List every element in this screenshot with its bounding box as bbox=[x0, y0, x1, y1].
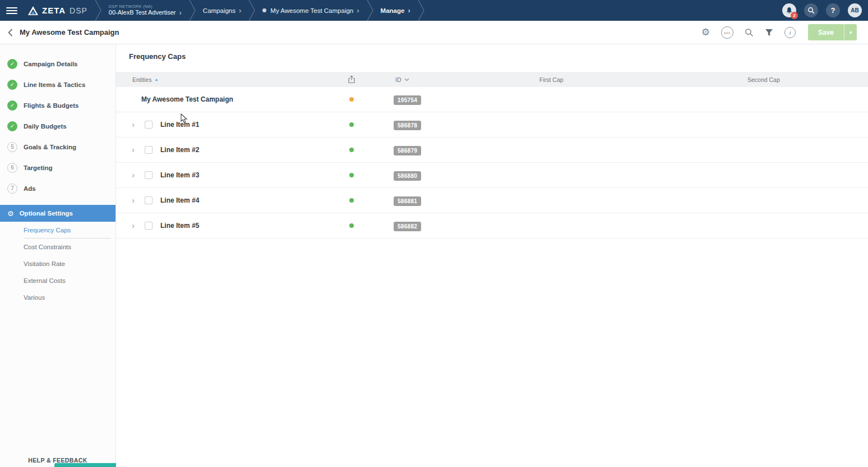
brand-name: ZETA bbox=[42, 6, 66, 15]
status-dot bbox=[349, 148, 354, 152]
sidebar-item-campaign-details[interactable]: ✓ Campaign Details bbox=[0, 53, 116, 74]
breadcrumb-separator bbox=[95, 0, 101, 21]
zeta-logo[interactable]: ZETA DSP bbox=[27, 6, 87, 16]
check-icon: ✓ bbox=[7, 80, 17, 90]
expand-chevron-icon[interactable]: › bbox=[132, 121, 140, 128]
breadcrumb-campaign[interactable]: My Awesome Test Campaign › bbox=[262, 7, 359, 14]
breadcrumb-separator bbox=[248, 0, 255, 21]
more-options-icon[interactable]: … bbox=[721, 26, 733, 39]
sidebar-item-goals-tracking[interactable]: 5 Goals & Tracking bbox=[0, 136, 116, 157]
breadcrumb-advertiser[interactable]: DSP NETWORK (NA) 00-AlexB Test Advertise… bbox=[109, 4, 182, 16]
zeta-logo-icon bbox=[27, 6, 39, 16]
frequency-caps-table: Entities ▲ ID First Cap Second Cap bbox=[116, 72, 868, 239]
gear-icon: ⚙ bbox=[7, 210, 14, 217]
row-name[interactable]: Line Item #1 bbox=[160, 121, 199, 129]
column-header-id[interactable]: ID bbox=[368, 76, 531, 83]
expand-chevron-icon[interactable]: › bbox=[132, 172, 140, 178]
optional-settings-label: Optional Settings bbox=[20, 210, 73, 217]
step-number: 7 bbox=[7, 184, 17, 194]
filter-button[interactable] bbox=[765, 29, 773, 36]
export-button[interactable] bbox=[335, 75, 368, 84]
step-label: Flights & Budgets bbox=[24, 102, 79, 109]
chevron-icon: › bbox=[239, 8, 241, 13]
table-row: › Line Item #1 586878 bbox=[116, 112, 868, 138]
row-checkbox[interactable] bbox=[145, 222, 153, 230]
help-button[interactable]: ? bbox=[826, 3, 840, 17]
save-button-label[interactable]: Save bbox=[808, 24, 844, 40]
user-avatar[interactable]: AB bbox=[848, 3, 862, 17]
row-name[interactable]: Line Item #3 bbox=[160, 171, 199, 179]
advertiser-name: 00-AlexB Test Advertiser bbox=[109, 9, 176, 16]
save-button[interactable]: Save ▾ bbox=[808, 24, 857, 40]
sidebar-item-daily-budgets[interactable]: ✓ Daily Budgets bbox=[0, 116, 116, 136]
row-checkbox[interactable] bbox=[145, 146, 153, 154]
row-checkbox[interactable] bbox=[145, 171, 153, 179]
expand-chevron-icon[interactable]: › bbox=[132, 146, 140, 153]
expand-chevron-icon[interactable]: › bbox=[132, 222, 140, 229]
step-number: 6 bbox=[7, 163, 17, 173]
step-number: 5 bbox=[7, 142, 17, 152]
sidebar-item-optional-settings[interactable]: ⚙ Optional Settings bbox=[0, 205, 116, 222]
main-content: Frequency Caps Entities ▲ ID First Cap bbox=[116, 44, 868, 467]
breadcrumb-manage-label: Manage bbox=[381, 7, 405, 14]
column-header-entities[interactable]: Entities ▲ bbox=[116, 76, 335, 83]
check-icon: ✓ bbox=[7, 100, 17, 111]
status-dot bbox=[349, 122, 354, 127]
check-icon: ✓ bbox=[7, 59, 17, 69]
status-dot bbox=[349, 97, 354, 102]
network-label: DSP NETWORK (NA) bbox=[109, 4, 182, 10]
row-name[interactable]: Line Item #5 bbox=[160, 222, 199, 230]
back-button[interactable] bbox=[8, 29, 13, 36]
top-navbar: ZETA DSP DSP NETWORK (NA) 00-AlexB Test … bbox=[0, 0, 868, 21]
check-icon: ✓ bbox=[7, 121, 17, 131]
search-icon bbox=[745, 28, 754, 37]
chevron-icon: › bbox=[408, 8, 410, 13]
row-name[interactable]: Line Item #2 bbox=[160, 146, 199, 154]
id-badge: 586879 bbox=[394, 146, 421, 155]
info-icon[interactable]: i bbox=[784, 27, 796, 38]
chevron-left-icon bbox=[8, 29, 13, 36]
row-name[interactable]: Line Item #4 bbox=[160, 196, 199, 204]
id-badge: 586882 bbox=[394, 222, 421, 231]
breadcrumb-campaigns-label: Campaigns bbox=[203, 7, 236, 14]
breadcrumb-campaigns[interactable]: Campaigns › bbox=[203, 7, 242, 14]
page-title: My Awesome Test Campaign bbox=[20, 28, 119, 36]
row-checkbox[interactable] bbox=[145, 121, 153, 129]
sidebar-item-ads[interactable]: 7 Ads bbox=[0, 178, 116, 199]
search-button[interactable] bbox=[745, 28, 754, 37]
column-header-second-cap: Second Cap bbox=[738, 76, 868, 83]
sidebar-item-various[interactable]: Various bbox=[0, 289, 116, 306]
sort-ascending-icon: ▲ bbox=[154, 77, 158, 81]
campaign-status-dot bbox=[262, 8, 266, 12]
expand-chevron-icon[interactable]: › bbox=[132, 197, 140, 204]
settings-gear-icon[interactable]: ⚙ bbox=[701, 28, 710, 37]
id-badge: 586880 bbox=[394, 171, 421, 181]
global-search-button[interactable] bbox=[804, 3, 818, 17]
filter-funnel-icon bbox=[765, 29, 773, 36]
step-list: ✓ Campaign Details ✓ Line Items & Tactic… bbox=[0, 44, 116, 199]
header-actions: ⚙ … i Save ▾ bbox=[701, 24, 868, 40]
status-dot bbox=[349, 198, 354, 203]
sidebar-item-flights-budgets[interactable]: ✓ Flights & Budgets bbox=[0, 95, 116, 116]
status-dot bbox=[349, 223, 354, 228]
row-name[interactable]: My Awesome Test Campaign bbox=[141, 95, 233, 103]
chevron-down-icon bbox=[404, 78, 409, 81]
step-label: Line Items & Tactics bbox=[24, 81, 85, 88]
sidebar-item-frequency-caps[interactable]: Frequency Caps bbox=[0, 222, 116, 239]
sidebar-item-external-costs[interactable]: External Costs bbox=[0, 272, 116, 289]
save-dropdown-button[interactable]: ▾ bbox=[844, 24, 857, 40]
sidebar-item-targeting[interactable]: 6 Targeting bbox=[0, 157, 116, 178]
breadcrumb-separator bbox=[189, 0, 196, 21]
chat-widget-tab[interactable] bbox=[54, 463, 121, 467]
breadcrumb-manage[interactable]: Manage › bbox=[381, 7, 410, 14]
notifications-button[interactable]: 2 bbox=[782, 3, 796, 17]
row-checkbox[interactable] bbox=[145, 196, 153, 204]
sidebar-item-cost-constraints[interactable]: Cost Constraints bbox=[0, 239, 116, 255]
id-badge: 586878 bbox=[394, 121, 421, 130]
table-header-row: Entities ▲ ID First Cap Second Cap bbox=[116, 72, 868, 87]
sidebar-item-line-items-tactics[interactable]: ✓ Line Items & Tactics bbox=[0, 74, 116, 95]
step-label: Campaign Details bbox=[24, 61, 78, 67]
step-label: Targeting bbox=[24, 164, 53, 171]
hamburger-menu-icon[interactable] bbox=[6, 7, 17, 14]
sidebar-item-visitation-rate[interactable]: Visitation Rate bbox=[0, 255, 116, 272]
